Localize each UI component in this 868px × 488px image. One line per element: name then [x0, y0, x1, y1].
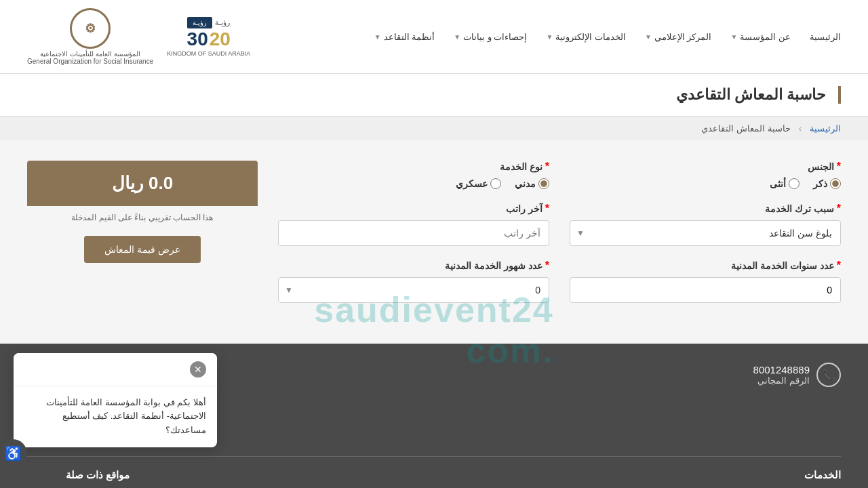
vision-country: KINGDOM OF SAUDI ARABIA [167, 50, 250, 57]
chevron-down-icon: ▼ [645, 33, 652, 41]
civil-years-label: * عدد سنوات الخدمة المدنية [570, 260, 841, 272]
gosi-logo: ⚙ المؤسسة العامة للتأمينات الاجتماعية Ge… [27, 8, 153, 65]
footer-contact: 📞 8001248889 الرقم المجاني [753, 363, 841, 387]
required-star: * [837, 161, 841, 173]
service-civil-radio[interactable] [538, 178, 549, 189]
chevron-down-icon: ▼ [374, 33, 381, 41]
show-pension-button[interactable]: عرض قيمة المعاش [84, 236, 201, 263]
required-star: * [837, 260, 841, 272]
gender-female-radio[interactable] [789, 178, 800, 189]
chevron-down-icon: ▼ [454, 33, 460, 41]
leave-reason-wrapper: بلوغ سن التقاعد ▼ [570, 220, 841, 246]
footer-services-col: الخدمات مراكز الخدمة العناية بالعملاء [781, 469, 841, 488]
nav-item-home[interactable]: الرئيسية [810, 32, 841, 42]
accessibility-icon: ♿ [5, 445, 22, 462]
phone-icon: 📞 [816, 363, 841, 387]
chevron-down-icon: ▼ [546, 33, 553, 41]
vision-year: 20 [210, 28, 231, 50]
site-logo: رؤيـة رؤيـة 20 30 KINGDOM OF SAUDI ARABI… [27, 8, 250, 65]
related-col-title: مواقع ذات صلة [27, 469, 130, 481]
phone-number: 8001248889 [753, 364, 810, 375]
civil-years-group: * عدد سنوات الخدمة المدنية [570, 260, 841, 303]
nav-item-media[interactable]: المركز الإعلامي ▼ [645, 32, 712, 42]
breadcrumb-current: حاسبة المعاش التقاعدي [701, 123, 790, 134]
last-salary-group: * آخر راتب [278, 203, 549, 246]
logo-text: المؤسسة العامة للتأمينات الاجتماعية Gene… [27, 50, 153, 65]
last-salary-label: * آخر راتب [278, 203, 549, 215]
nav-item-stats[interactable]: إحصاءات و بيانات ▼ [454, 32, 527, 42]
gender-female-option[interactable]: أنثى [770, 178, 800, 189]
breadcrumb: الرئيسية › حاسبة المعاش التقاعدي [0, 117, 868, 140]
vision-badge: رؤيـة [187, 17, 212, 28]
service-type-label: * نوع الخدمة [278, 161, 549, 173]
required-star: * [545, 260, 549, 272]
services-col-title: الخدمات [781, 469, 841, 481]
gender-group: * الجنس ذكر أنثى [570, 161, 841, 189]
gender-label: * الجنس [570, 161, 841, 173]
top-navigation: الرئيسية عن المؤسسة ▼ المركز الإعلامي ▼ … [0, 0, 868, 74]
leave-reason-label: * سبب ترك الخدمة [570, 203, 841, 215]
leave-reason-select[interactable]: بلوغ سن التقاعد [570, 220, 841, 246]
vision-year2: 30 [187, 28, 208, 50]
civil-months-select[interactable]: 0 [278, 277, 549, 303]
nav-item-pension[interactable]: أنظمة التقاعد ▼ [374, 32, 435, 42]
civil-months-label: * عدد شهور الخدمة المدنية [278, 260, 549, 272]
vision-label: رؤيـة [215, 18, 230, 27]
service-military-option[interactable]: عسكري [456, 178, 501, 189]
chat-body: أهلا بكم في بوابة المؤسسة العامة للتأمين… [14, 386, 217, 447]
last-salary-input[interactable] [278, 220, 549, 246]
gender-male-radio[interactable] [830, 178, 841, 189]
leave-reason-group: * سبب ترك الخدمة بلوغ سن التقاعد ▼ [570, 203, 841, 246]
phone-label: الرقم المجاني [753, 375, 810, 386]
required-star: * [837, 203, 841, 215]
chat-close-button[interactable]: ✕ [190, 361, 206, 378]
footer-related-col: مواقع ذات صلة شركة الاستثمارات الرائدة و… [27, 469, 130, 488]
result-note: هذا الحساب تقريبي بناءً على القيم المدخل… [27, 213, 258, 222]
nav-item-about[interactable]: عن المؤسسة ▼ [730, 32, 791, 42]
form-grid: * الجنس ذكر أنثى [278, 161, 841, 303]
main-content: saudievent24.com * الجنس ذكر [0, 140, 868, 344]
result-value: 0.0 ريال [27, 161, 258, 206]
service-civil-option[interactable]: مدني [515, 178, 549, 189]
service-military-radio[interactable] [490, 178, 501, 189]
service-type-radio-group: مدني عسكري [278, 178, 549, 189]
footer-bottom: الخدمات مراكز الخدمة العناية بالعملاء مو… [27, 456, 841, 488]
chat-message: أهلا بكم في بوابة المؤسسة العامة للتأمين… [24, 396, 206, 438]
civil-months-wrapper: 0 ▼ [278, 277, 549, 303]
calculator-form: * الجنس ذكر أنثى [278, 161, 841, 303]
title-accent-bar [838, 86, 841, 104]
civil-years-input[interactable] [570, 277, 841, 303]
civil-months-group: * عدد شهور الخدمة المدنية 0 ▼ [278, 260, 549, 303]
calculator-result-panel: 0.0 ريال هذا الحساب تقريبي بناءً على الق… [27, 161, 258, 303]
accessibility-button[interactable]: ♿ [0, 439, 27, 468]
gender-male-option[interactable]: ذكر [813, 178, 841, 189]
calculator-layout: * الجنس ذكر أنثى [27, 161, 841, 303]
chat-header: ✕ [14, 353, 217, 386]
breadcrumb-home-link[interactable]: الرئيسية [810, 123, 841, 134]
vision-logo: رؤيـة رؤيـة 20 30 KINGDOM OF SAUDI ARABI… [167, 17, 250, 57]
chat-widget: ✕ أهلا بكم في بوابة المؤسسة العامة للتأم… [14, 353, 217, 447]
page-title-bar: حاسبة المعاش التقاعدي [0, 74, 868, 117]
service-type-group: * نوع الخدمة مدني عسكري [278, 161, 549, 189]
gender-radio-group: ذكر أنثى [570, 178, 841, 189]
breadcrumb-separator: › [799, 123, 802, 134]
nav-item-eservices[interactable]: الخدمات الإلكترونية ▼ [546, 32, 626, 42]
required-star: * [545, 203, 549, 215]
page-title: حاسبة المعاش التقاعدي [27, 86, 841, 104]
logo-emblem: ⚙ [70, 8, 111, 49]
nav-menu: الرئيسية عن المؤسسة ▼ المركز الإعلامي ▼ … [374, 32, 841, 42]
required-star: * [545, 161, 549, 173]
chevron-down-icon: ▼ [730, 33, 737, 41]
